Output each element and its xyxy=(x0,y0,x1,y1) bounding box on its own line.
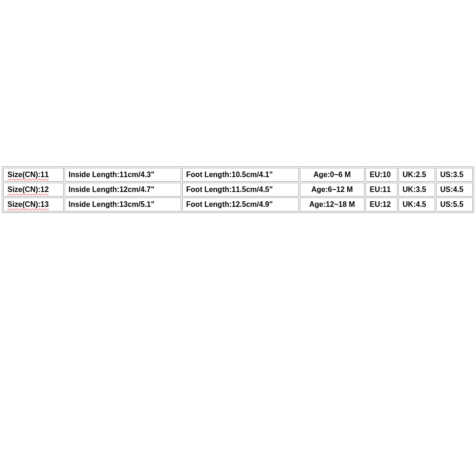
cell-size-cn: Size(CN):12 xyxy=(3,183,64,197)
cell-foot-length: Foot Length:11.5cm/4.5" xyxy=(182,183,299,197)
cell-eu: EU:11 xyxy=(365,183,397,197)
cell-eu: EU:12 xyxy=(365,198,397,212)
cell-inside-length: Inside Length:13cm/5.1" xyxy=(65,198,181,212)
cell-us: US:4.5 xyxy=(436,183,473,197)
cell-size-cn: Size(CN):13 xyxy=(3,198,64,212)
size-table: Size(CN):11 Inside Length:11cm/4.3" Foot… xyxy=(2,166,474,213)
size-cn-label: Size(CN):13 xyxy=(7,200,49,208)
cell-foot-length: Foot Length:12.5cm/4.9" xyxy=(182,198,299,212)
cell-size-cn: Size(CN):11 xyxy=(3,168,64,182)
table-row: Size(CN):11 Inside Length:11cm/4.3" Foot… xyxy=(3,168,473,182)
cell-age: Age:12~18 M xyxy=(300,198,365,212)
cell-eu: EU:10 xyxy=(365,168,397,182)
table-row: Size(CN):12 Inside Length:12cm/4.7" Foot… xyxy=(3,183,473,197)
cell-us: US:5.5 xyxy=(436,198,473,212)
table-row: Size(CN):13 Inside Length:13cm/5.1" Foot… xyxy=(3,198,473,212)
size-cn-label: Size(CN):12 xyxy=(7,185,49,193)
cell-foot-length: Foot Length:10.5cm/4.1" xyxy=(182,168,299,182)
size-chart-table: Size(CN):11 Inside Length:11cm/4.3" Foot… xyxy=(2,166,474,213)
cell-inside-length: Inside Length:11cm/4.3" xyxy=(65,168,181,182)
cell-age: Age:6~12 M xyxy=(300,183,365,197)
size-cn-label: Size(CN):11 xyxy=(7,171,49,178)
cell-uk: UK:3.5 xyxy=(398,183,435,197)
cell-inside-length: Inside Length:12cm/4.7" xyxy=(65,183,181,197)
cell-us: US:3.5 xyxy=(436,168,473,182)
cell-age: Age:0~6 M xyxy=(300,168,365,182)
cell-uk: UK:2.5 xyxy=(398,168,435,182)
cell-uk: UK:4.5 xyxy=(398,198,435,212)
